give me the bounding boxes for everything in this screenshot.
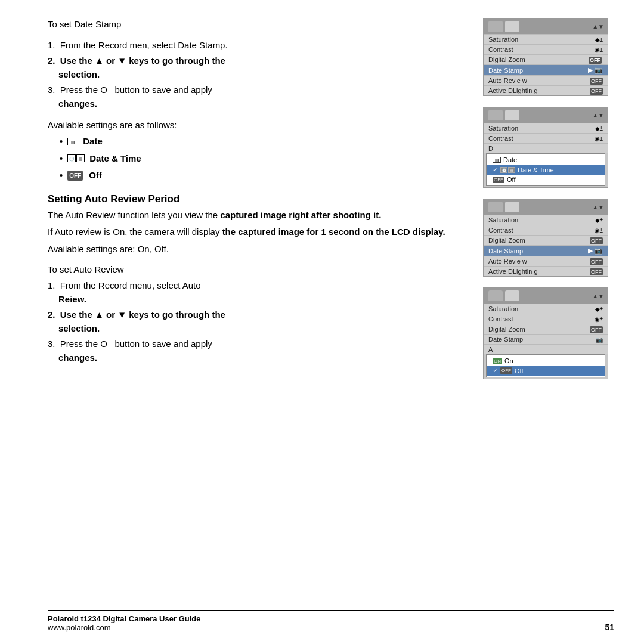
- panel1-header: ▲▼: [484, 18, 608, 34]
- right-column: ▲▼ Saturation ◆± Contrast ◉± Digital Zoo…: [483, 18, 614, 604]
- auto-review-steps: 1. From the Record menu, select Auto Rei…: [48, 279, 465, 364]
- left-column: To set Date Stamp 1. From the Record men…: [48, 18, 471, 604]
- submenu-date: ▤ Date: [487, 155, 605, 165]
- panel1-row-autoreview: Auto Revie w OFF: [484, 75, 608, 85]
- panel4-submenu: ON On ✓ OFF Off: [486, 354, 605, 377]
- footer-title: Polaroid t1234 Digital Camera User Guide: [48, 614, 200, 623]
- page: To set Date Stamp 1. From the Record men…: [0, 0, 644, 644]
- off-badge: OFF: [67, 171, 83, 181]
- auto-review-heading: Setting Auto Review Period: [48, 193, 465, 205]
- panel2-header: ▲▼: [484, 107, 608, 123]
- panel2-row-d: D: [484, 143, 608, 153]
- panel4-row-datestamp: Date Stamp 📷: [484, 334, 608, 344]
- footer-left: Polaroid t1234 Digital Camera User Guide…: [48, 614, 200, 632]
- footer: Polaroid t1234 Digital Camera User Guide…: [48, 610, 614, 632]
- bullet-date: • ▤ Date: [60, 135, 465, 148]
- panel3-row-datestamp: Date Stamp ▶ 📷: [484, 245, 608, 256]
- panel4-row-a: A: [484, 344, 608, 354]
- submenu-off: OFF Off: [487, 175, 605, 184]
- auto-review-set-heading: To set Auto Review: [48, 264, 465, 274]
- panel4-header: ▲▼: [484, 288, 608, 304]
- panel1-row-saturation: Saturation ◆±: [484, 34, 608, 44]
- auto-review-available: Available settings are: On, Off.: [48, 243, 465, 256]
- auto-review-para1: The Auto Review function lets you view t…: [48, 209, 465, 222]
- panel1-row-digitalzoom: Digital Zoom OFF: [484, 54, 608, 64]
- panel1-row-datestamp: Date Stamp ▶ 📷: [484, 64, 608, 75]
- tab2-active: [505, 202, 519, 212]
- footer-page-number: 51: [605, 623, 614, 632]
- step2: 2. Use the ▲ or ▼ keys to go through the…: [48, 54, 465, 81]
- available-settings-label: Available settings are as follows:: [48, 120, 465, 130]
- panel4-row-contrast: Contrast ◉±: [484, 314, 608, 324]
- ar-step2: 2. Use the ▲ or ▼ keys to go through the…: [48, 308, 465, 335]
- datetime-icon: 🕐 ▤: [67, 154, 85, 162]
- cam-panel-3: ▲▼ Saturation ◆± Contrast ◉± Digital Zoo…: [483, 199, 608, 277]
- panel2-row-contrast: Contrast ◉±: [484, 133, 608, 143]
- panel2-arrows: ▲▼: [592, 112, 604, 119]
- step3: 3. Press the O button to save and apply …: [48, 83, 465, 110]
- auto-review-para2: If Auto review is On, the camera will di…: [48, 225, 465, 239]
- panel3-arrows: ▲▼: [592, 204, 604, 210]
- panel3-row-digitalzoom: Digital Zoom OFF: [484, 235, 608, 245]
- tab2-active: [505, 110, 519, 120]
- panel3-row-autoreview: Auto Revie w OFF: [484, 256, 608, 266]
- panel1-row-contrast: Contrast ◉±: [484, 44, 608, 54]
- panel4-row-saturation: Saturation ◆±: [484, 304, 608, 314]
- bullet-datetime: • 🕐 ▤ Date & Time: [60, 152, 465, 166]
- panel3-header: ▲▼: [484, 199, 608, 215]
- panel2-submenu: ▤ Date ✓ 🕐 ▤ Date & Time OFF Off: [486, 153, 605, 186]
- footer-website: www.polaroid.com: [48, 623, 200, 632]
- ar-step3: 3. Press the O button to save and apply …: [48, 338, 465, 364]
- ar-step1: 1. From the Record menu, select Auto Rei…: [48, 279, 465, 306]
- bullet-list: • ▤ Date • 🕐 ▤ Date & Time • OFF Off: [60, 135, 465, 182]
- tab2-active: [505, 21, 519, 32]
- date-icon: ▤: [67, 138, 78, 145]
- panel3-row-activedl: Active DLightin g OFF: [484, 266, 608, 276]
- bullet-off: • OFF Off: [60, 169, 465, 182]
- panel3-row-saturation: Saturation ◆±: [484, 215, 608, 225]
- date-stamp-steps: 1. From the Record men, select Date Stam…: [48, 39, 465, 111]
- panel1-arrows: ▲▼: [592, 23, 604, 30]
- panel2-row-saturation: Saturation ◆±: [484, 123, 608, 133]
- submenu-off2: ✓ OFF Off: [487, 366, 605, 376]
- submenu-datetime: ✓ 🕐 ▤ Date & Time: [487, 165, 605, 175]
- step1: 1. From the Record men, select Date Stam…: [48, 39, 465, 52]
- tab1: [488, 202, 503, 212]
- tab1: [488, 110, 503, 120]
- tab2-active: [505, 290, 519, 301]
- date-stamp-heading: To set Date Stamp: [48, 18, 465, 32]
- panel1-row-activedl: Active DLightin g OFF: [484, 85, 608, 95]
- content-area: To set Date Stamp 1. From the Record men…: [48, 18, 614, 604]
- tab1: [488, 21, 503, 32]
- tab1: [488, 290, 503, 301]
- panel4-arrows: ▲▼: [592, 293, 604, 299]
- panel3-row-contrast: Contrast ◉±: [484, 225, 608, 235]
- cam-panel-4: ▲▼ Saturation ◆± Contrast ◉± Digital Zoo…: [483, 287, 608, 379]
- panel4-row-digitalzoom: Digital Zoom OFF: [484, 324, 608, 334]
- cam-panel-1: ▲▼ Saturation ◆± Contrast ◉± Digital Zoo…: [483, 18, 608, 96]
- auto-review-section: Setting Auto Review Period The Auto Revi…: [48, 193, 465, 256]
- cam-panel-2: ▲▼ Saturation ◆± Contrast ◉± D ▤: [483, 107, 608, 188]
- submenu-on: ON On: [487, 356, 605, 366]
